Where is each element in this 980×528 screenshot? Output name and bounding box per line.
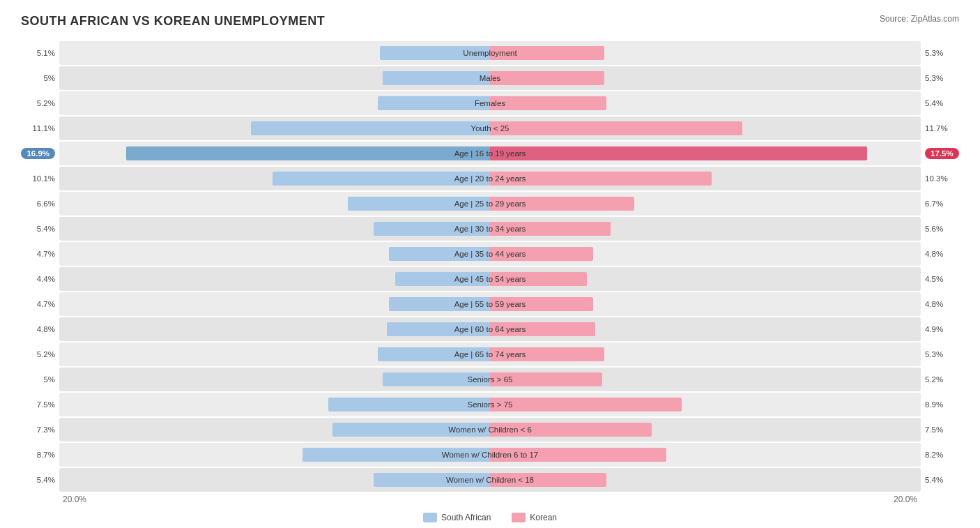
sa-value: 5% <box>21 375 59 384</box>
bar-row: 4.4%Age | 45 to 54 years4.5% <box>21 267 959 291</box>
bar-row: 4.7%Age | 35 to 44 years4.8% <box>21 242 959 266</box>
bar-row: 10.1%Age | 20 to 24 years10.3% <box>21 167 959 190</box>
bar-row: 7.5%Seniors > 758.9% <box>21 393 959 416</box>
sa-value: 5% <box>21 74 59 82</box>
sa-value: 5.2% <box>21 350 59 359</box>
korean-value: 4.8% <box>921 300 959 308</box>
bottom-labels: 20.0% 20.0% <box>21 495 959 504</box>
korean-value: 8.9% <box>921 400 959 409</box>
korean-value: 17.5% <box>921 149 959 158</box>
sa-bar <box>348 197 490 211</box>
sa-bar <box>374 222 490 236</box>
bars-area: Women w/ Children < 18 <box>59 468 921 492</box>
korean-bar <box>490 197 634 211</box>
korean-bar <box>490 423 652 437</box>
korean-value: 4.5% <box>921 275 959 283</box>
legend-sa-box <box>423 513 437 522</box>
korean-value: 4.8% <box>921 250 959 258</box>
sa-bar <box>383 71 491 85</box>
korean-bar <box>490 121 742 135</box>
bar-row: 6.6%Age | 25 to 29 years6.7% <box>21 192 959 216</box>
bars-area: Age | 60 to 64 years <box>59 317 921 341</box>
legend-row: South African Korean <box>21 513 959 522</box>
bars-area: Age | 45 to 54 years <box>59 267 921 291</box>
sa-bar <box>378 96 490 110</box>
bars-area: Age | 25 to 29 years <box>59 192 921 216</box>
bar-row: 5.2%Females5.4% <box>21 91 959 115</box>
korean-bar <box>490 448 666 462</box>
korean-value: 8.2% <box>921 451 959 459</box>
bar-row: 4.7%Age | 55 to 59 years4.8% <box>21 292 959 316</box>
sa-bar <box>383 372 491 386</box>
chart-header: SOUTH AFRICAN VS KOREAN UNEMPLOYMENT Sou… <box>21 14 959 29</box>
korean-value: 10.3% <box>921 174 959 183</box>
korean-value: 5.3% <box>921 74 959 82</box>
sa-bar <box>374 473 490 487</box>
legend-korean: Korean <box>512 513 557 522</box>
sa-bar <box>387 322 490 336</box>
bottom-right-label: 20.0% <box>894 495 917 504</box>
korean-value: 7.5% <box>921 425 959 434</box>
bar-row: 8.7%Women w/ Children 6 to 178.2% <box>21 443 959 467</box>
korean-value: 5.4% <box>921 99 959 107</box>
korean-bar <box>490 398 682 412</box>
sa-bar <box>303 448 490 462</box>
korean-bar <box>490 71 604 85</box>
korean-bar <box>490 222 611 236</box>
sa-bar <box>389 297 490 311</box>
legend-korean-box <box>512 513 526 522</box>
bar-row: 5.4%Women w/ Children < 185.4% <box>21 468 959 492</box>
bars-area: Age | 20 to 24 years <box>59 167 921 190</box>
bars-area: Age | 35 to 44 years <box>59 242 921 266</box>
korean-bar <box>490 172 712 186</box>
korean-value: 6.7% <box>921 199 959 208</box>
korean-value: 5.3% <box>921 350 959 359</box>
sa-bar <box>380 46 490 60</box>
bars-area: Women w/ Children 6 to 17 <box>59 443 921 467</box>
bars-area: Age | 30 to 34 years <box>59 217 921 241</box>
sa-value: 4.7% <box>21 300 59 308</box>
sa-bar <box>328 398 490 412</box>
korean-bar <box>490 322 595 336</box>
legend-sa-label: South African <box>441 513 491 522</box>
sa-bar <box>389 247 490 261</box>
bar-row: 7.3%Women w/ Children < 67.5% <box>21 418 959 442</box>
bars-area: Age | 55 to 59 years <box>59 292 921 316</box>
sa-value: 5.4% <box>21 476 59 484</box>
sa-value: 7.5% <box>21 400 59 409</box>
bars-area: Unemployment <box>59 41 921 65</box>
sa-bar <box>273 172 490 186</box>
korean-value: 5.2% <box>921 375 959 384</box>
bar-row: 4.8%Age | 60 to 64 years4.9% <box>21 317 959 341</box>
legend-korean-label: Korean <box>530 513 557 522</box>
korean-bar <box>490 247 593 261</box>
sa-bar <box>332 423 490 437</box>
bottom-left-label: 20.0% <box>63 495 86 504</box>
sa-bar <box>395 272 490 286</box>
bar-row: 5.1%Unemployment5.3% <box>21 41 959 65</box>
sa-bar <box>126 146 490 160</box>
bar-row: 5%Seniors > 655.2% <box>21 368 959 391</box>
sa-value: 5.4% <box>21 225 59 233</box>
korean-bar <box>490 96 606 110</box>
sa-value: 4.8% <box>21 325 59 333</box>
korean-bar <box>490 146 867 160</box>
korean-bar <box>490 46 604 60</box>
korean-bar <box>490 347 604 361</box>
chart-container: SOUTH AFRICAN VS KOREAN UNEMPLOYMENT Sou… <box>0 0 980 528</box>
bars-area: Age | 16 to 19 years <box>59 142 921 165</box>
sa-value: 7.3% <box>21 425 59 434</box>
sa-bar <box>378 347 490 361</box>
bar-row: 11.1%Youth < 2511.7% <box>21 116 959 140</box>
bar-row: 16.9%Age | 16 to 19 years17.5% <box>21 142 959 165</box>
sa-value: 8.7% <box>21 451 59 459</box>
bars-area: Youth < 25 <box>59 116 921 140</box>
korean-value: 5.4% <box>921 476 959 484</box>
bars-area: Seniors > 65 <box>59 368 921 391</box>
korean-bar <box>490 473 606 487</box>
korean-value: 11.7% <box>921 124 959 133</box>
korean-bar <box>490 272 587 286</box>
chart-source: Source: ZipAtlas.com <box>880 14 959 24</box>
sa-value: 6.6% <box>21 199 59 208</box>
sa-value: 4.7% <box>21 250 59 258</box>
